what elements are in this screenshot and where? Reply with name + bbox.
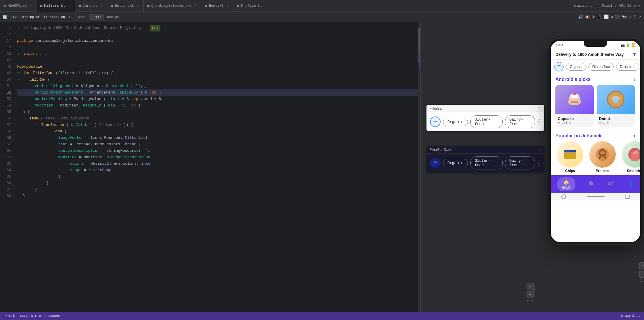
- bottom-bar: ⎇ main 52:1 UTF-8 4 spaces 0 warnings: [0, 312, 644, 320]
- bottom-indent[interactable]: 4 spaces: [44, 314, 60, 318]
- more-chips-light: (: [537, 119, 541, 125]
- tab-filters-close[interactable]: ×: [67, 4, 71, 8]
- chip-organic-dark[interactable]: Organic: [443, 159, 468, 167]
- filter-icon-light[interactable]: ☰: [430, 116, 441, 127]
- nav-profile[interactable]: 👤: [627, 181, 634, 187]
- back-btn-circle[interactable]: [561, 194, 566, 199]
- tab-home-close[interactable]: ×: [225, 4, 230, 8]
- dropdown-arrow[interactable]: ▾: [69, 15, 71, 19]
- tab-cart-close[interactable]: ×: [99, 4, 103, 8]
- recents-btn-square[interactable]: [625, 195, 630, 199]
- tab-readme-close[interactable]: ×: [29, 4, 33, 8]
- chip-glutenfree-light[interactable]: Gluten-free: [470, 115, 503, 128]
- code-content[interactable]: ▽ // Copyright 2020 The Android Open Sou…: [15, 22, 418, 312]
- tab-profile-close[interactable]: ×: [264, 4, 268, 8]
- nav-search[interactable]: 🔍: [588, 181, 595, 187]
- tab-profile[interactable]: Profile.kt ×: [233, 0, 272, 12]
- phone-icon[interactable]: 📱: [597, 14, 602, 19]
- popular-card-chips[interactable]: TITOS Chips: [555, 141, 585, 173]
- fold-56[interactable]: ▷: [23, 116, 27, 120]
- bottom-notifications[interactable]: 0 warnings: [621, 314, 640, 318]
- code-line-54: modifier = Modifier. heightIn ( min = 56…: [17, 102, 418, 109]
- fold-58[interactable]: ▷: [47, 129, 51, 133]
- ha-val2: spacedBy: [120, 90, 138, 95]
- chip-dairyfree-light[interactable]: Dairy-free: [505, 115, 535, 128]
- phone-chip-gluten[interactable]: Gluten-free: [588, 63, 614, 71]
- code-line-47: [17, 57, 418, 64]
- filterbar-dark-header: FilterBar Dark ⤡: [426, 146, 544, 154]
- delivery-chevron[interactable]: ▾: [633, 51, 635, 57]
- ln-16: 16: [0, 31, 11, 38]
- fold-19[interactable]: ▷: [17, 51, 21, 55]
- popular-arrow[interactable]: ›: [634, 133, 635, 139]
- phone-zoom-in[interactable]: +: [639, 262, 644, 269]
- filterbar-light-expand[interactable]: ⤡: [538, 106, 541, 111]
- code-btn[interactable]: Code: [75, 14, 88, 20]
- code-line-64: shape = CircleShape: [17, 167, 418, 174]
- nav-cart[interactable]: 🛒: [608, 181, 614, 187]
- stop-icon[interactable]: ⬛: [615, 14, 620, 19]
- filter-icon-dark[interactable]: ☰: [430, 158, 441, 168]
- search-nav-icon: 🔍: [588, 181, 595, 187]
- zoom-in-btn[interactable]: +: [527, 283, 534, 290]
- popular-card-pretzels[interactable]: Pretzels: [588, 141, 617, 173]
- androids-picks-section: Android's picks ›: [551, 74, 640, 84]
- tab-button[interactable]: Button.kt ×: [107, 0, 144, 12]
- phone-zoom-out[interactable]: −: [639, 271, 644, 278]
- bottom-encoding[interactable]: UTF-8: [31, 314, 41, 318]
- code-line-67: }: [17, 186, 418, 193]
- pick-card-donut[interactable]: Donut A tag line: [597, 85, 635, 127]
- live-edit-btn[interactable]: Live Editing of Literals: ON: [8, 14, 67, 20]
- sound-icon[interactable]: 🔊: [578, 14, 583, 19]
- split-btn[interactable]: Split: [89, 14, 104, 20]
- fold-57[interactable]: ▷: [35, 122, 39, 126]
- phone-chip-dairy[interactable]: Dairy-free: [616, 63, 639, 71]
- more-toolbar-icon[interactable]: ⋮: [633, 14, 637, 19]
- chip-organic-light[interactable]: Organic: [443, 118, 468, 126]
- popular-card-smoothie[interactable]: Smooth...: [620, 141, 640, 173]
- shape-val: CircleShape: [88, 168, 114, 172]
- fold-49[interactable]: ▽: [17, 70, 21, 74]
- tab-cart[interactable]: Cart.kt ×: [75, 0, 107, 12]
- filterbar-dark-expand[interactable]: ⤡: [538, 147, 541, 152]
- pkg-name: com.example.jetsnack.ui.components: [35, 39, 113, 43]
- phone-delivery-header: Delivery to 1600 Amphitheater Way ▾: [551, 49, 640, 60]
- ha-eq: =: [85, 90, 90, 95]
- chip-dairyfree-dark[interactable]: Dairy-free: [505, 156, 535, 169]
- fold-50[interactable]: ▽: [17, 77, 21, 81]
- tab-readme[interactable]: README.md ×: [0, 0, 36, 12]
- settings-icon[interactable]: ⚙: [634, 4, 636, 8]
- more-icon[interactable]: ⋯: [638, 4, 640, 8]
- phone-filter-icon[interactable]: ☰: [554, 62, 564, 71]
- nav-home[interactable]: 🏠 HOME: [557, 177, 575, 191]
- rotate-icon[interactable]: ⟳: [592, 14, 595, 19]
- chip-glutenfree-dark[interactable]: Gluten-free: [470, 156, 503, 169]
- refresh-icon[interactable]: ↺: [628, 14, 631, 19]
- home-btn-line[interactable]: [587, 196, 605, 197]
- tab-button-close[interactable]: ×: [136, 4, 140, 8]
- bottom-cursor-pos[interactable]: 52:1: [20, 314, 27, 318]
- design-btn[interactable]: Design: [105, 14, 121, 20]
- tab-qty-close[interactable]: ×: [193, 4, 197, 8]
- code-line-16: [17, 31, 418, 38]
- check-icon[interactable]: ✓: [638, 14, 642, 20]
- androids-picks-arrow[interactable]: ›: [634, 76, 635, 82]
- tablet-icon[interactable]: ⬜: [604, 14, 609, 19]
- toolbar: 🔄 Live Editing of Literals: ON ▾ Code Sp…: [0, 12, 644, 22]
- code-line-51: verticalAlignment = Alignment. CenterVer…: [17, 83, 418, 89]
- indent-66: [17, 181, 47, 185]
- zoom-out-btn[interactable]: −: [527, 291, 534, 298]
- camera-icon[interactable]: 📷: [622, 14, 627, 19]
- back-icon[interactable]: ◀: [610, 14, 613, 19]
- pick-card-cupcake[interactable]: Cupcake A tag line: [555, 85, 594, 127]
- phone-chip-organic[interactable]: Organic: [566, 63, 586, 71]
- tab-home[interactable]: Home.kt ×: [201, 0, 233, 12]
- mute-icon[interactable]: 🔇: [585, 14, 590, 19]
- fold-1[interactable]: ▽: [17, 25, 21, 29]
- bottom-branch[interactable]: ⎇ main: [4, 314, 16, 318]
- colors-val2: inter: [141, 161, 153, 166]
- tab-filters[interactable]: Filters.kt ×: [36, 0, 75, 12]
- annotation-badge[interactable]: ▲1 ∨: [150, 25, 160, 31]
- editor-scrollbar[interactable]: [418, 22, 420, 312]
- tab-qty[interactable]: QuantitySelector.kt ×: [144, 0, 201, 12]
